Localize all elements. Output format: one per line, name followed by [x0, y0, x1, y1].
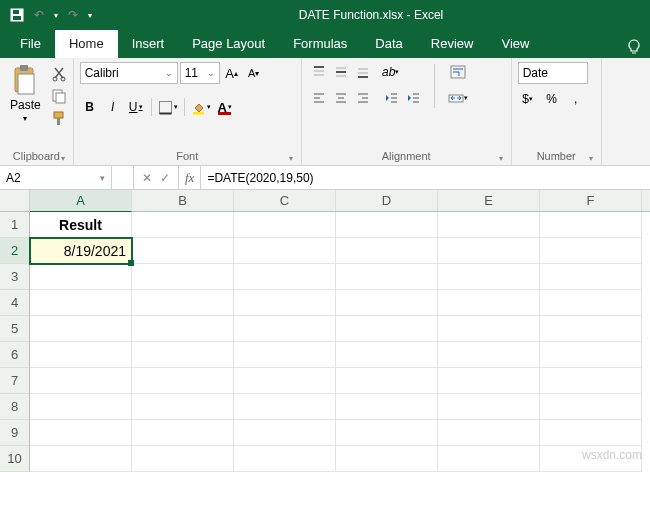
decrease-font-icon[interactable]: A▾ [244, 62, 264, 84]
row-header-1[interactable]: 1 [0, 212, 30, 238]
tab-formulas[interactable]: Formulas [279, 30, 361, 58]
cell-c7[interactable] [234, 368, 336, 394]
cell-b9[interactable] [132, 420, 234, 446]
cell-a2[interactable]: 8/19/2021 [30, 238, 132, 264]
tab-insert[interactable]: Insert [118, 30, 179, 58]
cell-d3[interactable] [336, 264, 438, 290]
cell-d1[interactable] [336, 212, 438, 238]
cell-c5[interactable] [234, 316, 336, 342]
font-size-combo[interactable]: 11⌄ [180, 62, 220, 84]
formula-input[interactable]: =DATE(2020,19,50) [201, 166, 650, 189]
align-left-icon[interactable] [308, 88, 330, 108]
save-icon[interactable] [10, 8, 24, 22]
cell-a5[interactable] [30, 316, 132, 342]
cell-d6[interactable] [336, 342, 438, 368]
cell-e4[interactable] [438, 290, 540, 316]
cell-f1[interactable] [540, 212, 642, 238]
paste-button[interactable]: Paste ▾ [6, 62, 45, 125]
select-all-corner[interactable] [0, 190, 30, 212]
borders-icon[interactable]: ▾ [157, 96, 179, 118]
row-header-7[interactable]: 7 [0, 368, 30, 394]
undo-dropdown-icon[interactable]: ▾ [54, 11, 58, 20]
cell-e6[interactable] [438, 342, 540, 368]
cell-a7[interactable] [30, 368, 132, 394]
tab-review[interactable]: Review [417, 30, 488, 58]
increase-indent-icon[interactable] [402, 88, 424, 108]
comma-icon[interactable]: , [566, 88, 586, 110]
orientation-icon[interactable]: ab▾ [380, 62, 402, 82]
col-header-f[interactable]: F [540, 190, 642, 211]
fx-icon[interactable]: fx [179, 166, 201, 189]
cell-c9[interactable] [234, 420, 336, 446]
cell-a8[interactable] [30, 394, 132, 420]
cell-d8[interactable] [336, 394, 438, 420]
cell-f8[interactable] [540, 394, 642, 420]
cell-a6[interactable] [30, 342, 132, 368]
row-header-4[interactable]: 4 [0, 290, 30, 316]
merge-center-icon[interactable]: ▾ [445, 88, 471, 108]
undo-icon[interactable]: ↶ [32, 8, 46, 22]
tab-view[interactable]: View [487, 30, 543, 58]
cell-f2[interactable] [540, 238, 642, 264]
row-header-9[interactable]: 9 [0, 420, 30, 446]
cell-c8[interactable] [234, 394, 336, 420]
fill-color-icon[interactable]: ▾ [190, 96, 212, 118]
align-center-icon[interactable] [330, 88, 352, 108]
cell-c6[interactable] [234, 342, 336, 368]
paste-dropdown-icon[interactable]: ▾ [23, 114, 27, 123]
cancel-formula-icon[interactable]: ✕ [142, 171, 152, 185]
tab-data[interactable]: Data [361, 30, 416, 58]
cell-b3[interactable] [132, 264, 234, 290]
enter-formula-icon[interactable]: ✓ [160, 171, 170, 185]
increase-font-icon[interactable]: A▴ [222, 62, 242, 84]
col-header-c[interactable]: C [234, 190, 336, 211]
cell-b5[interactable] [132, 316, 234, 342]
cell-e9[interactable] [438, 420, 540, 446]
copy-icon[interactable] [51, 88, 67, 104]
redo-icon[interactable]: ↷ [66, 8, 80, 22]
cell-c4[interactable] [234, 290, 336, 316]
percent-icon[interactable]: % [542, 88, 562, 110]
cell-d4[interactable] [336, 290, 438, 316]
col-header-d[interactable]: D [336, 190, 438, 211]
cell-b4[interactable] [132, 290, 234, 316]
cell-e3[interactable] [438, 264, 540, 290]
name-box[interactable]: A2▾ [0, 166, 112, 189]
cell-d9[interactable] [336, 420, 438, 446]
cell-b7[interactable] [132, 368, 234, 394]
tab-home[interactable]: Home [55, 30, 118, 58]
cell-e2[interactable] [438, 238, 540, 264]
wrap-text-icon[interactable] [445, 62, 471, 82]
align-bottom-icon[interactable] [352, 62, 374, 82]
underline-button[interactable]: U▾ [126, 96, 146, 118]
cell-d7[interactable] [336, 368, 438, 394]
cell-e7[interactable] [438, 368, 540, 394]
col-header-a[interactable]: A [30, 190, 132, 212]
cell-b6[interactable] [132, 342, 234, 368]
cell-a3[interactable] [30, 264, 132, 290]
format-painter-icon[interactable] [51, 110, 67, 126]
cell-b8[interactable] [132, 394, 234, 420]
cell-d2[interactable] [336, 238, 438, 264]
row-header-5[interactable]: 5 [0, 316, 30, 342]
cell-f6[interactable] [540, 342, 642, 368]
row-header-6[interactable]: 6 [0, 342, 30, 368]
number-format-combo[interactable]: Date [518, 62, 588, 84]
cell-d5[interactable] [336, 316, 438, 342]
cell-c1[interactable] [234, 212, 336, 238]
row-header-10[interactable]: 10 [0, 446, 30, 472]
col-header-b[interactable]: B [132, 190, 234, 211]
cell-d10[interactable] [336, 446, 438, 472]
cell-a1[interactable]: Result [30, 212, 132, 238]
cell-f3[interactable] [540, 264, 642, 290]
cell-e5[interactable] [438, 316, 540, 342]
cell-e8[interactable] [438, 394, 540, 420]
cell-a9[interactable] [30, 420, 132, 446]
cell-c3[interactable] [234, 264, 336, 290]
cell-b1[interactable] [132, 212, 234, 238]
cell-a4[interactable] [30, 290, 132, 316]
cell-c2[interactable] [234, 238, 336, 264]
tab-page-layout[interactable]: Page Layout [178, 30, 279, 58]
align-top-icon[interactable] [308, 62, 330, 82]
cell-b2[interactable] [132, 238, 234, 264]
